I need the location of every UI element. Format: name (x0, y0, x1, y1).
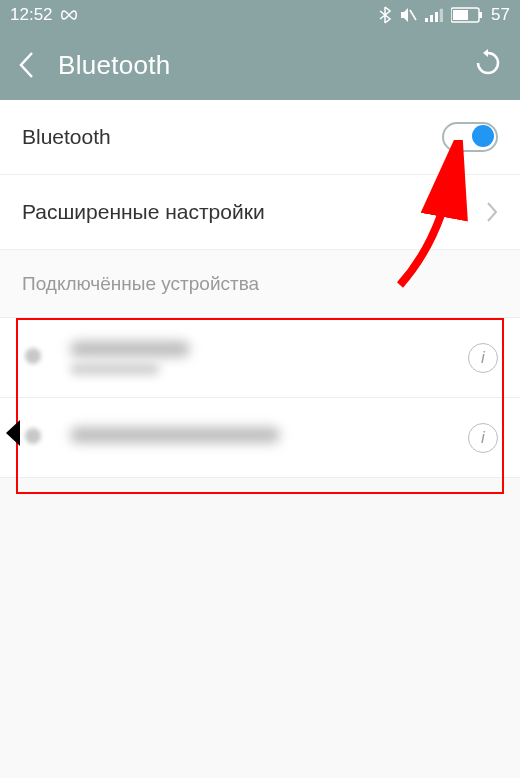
clock: 12:52 (10, 5, 53, 25)
info-icon: i (481, 348, 485, 368)
svg-point-8 (25, 348, 41, 364)
device-info-button[interactable]: i (468, 423, 498, 453)
advanced-settings-row[interactable]: Расширенные настройки (0, 175, 520, 250)
edge-indicator-icon (2, 418, 22, 448)
svg-rect-4 (440, 9, 443, 22)
signal-icon (425, 8, 443, 22)
bluetooth-label: Bluetooth (22, 125, 111, 149)
svg-rect-6 (479, 12, 482, 18)
device-icon (22, 425, 56, 451)
toggle-knob (472, 125, 494, 147)
bluetooth-row: Bluetooth (0, 100, 520, 175)
app-bar: Bluetooth (0, 30, 520, 100)
svg-rect-2 (430, 15, 433, 22)
device-list: i i (0, 318, 520, 478)
page-title: Bluetooth (58, 50, 171, 81)
device-info-button[interactable]: i (468, 343, 498, 373)
section-label: Подключённые устройства (22, 273, 259, 295)
svg-line-0 (410, 10, 416, 20)
battery-percent: 57 (491, 5, 510, 25)
chevron-right-icon (486, 201, 498, 223)
back-button[interactable] (18, 51, 48, 79)
bluetooth-status-icon (379, 6, 391, 24)
device-row[interactable]: i (0, 398, 520, 478)
svg-rect-7 (453, 10, 468, 20)
svg-point-9 (25, 428, 41, 444)
back-chevron-icon (18, 51, 34, 79)
battery-icon (451, 7, 483, 23)
device-row[interactable]: i (0, 318, 520, 398)
screen: 12:52 57 (0, 0, 520, 778)
device-text (70, 427, 280, 449)
bluetooth-toggle[interactable] (442, 122, 498, 152)
device-text (70, 341, 190, 375)
info-icon: i (481, 428, 485, 448)
infinity-icon (59, 9, 79, 21)
device-icon (22, 345, 56, 371)
svg-rect-3 (435, 12, 438, 22)
advanced-settings-label: Расширенные настройки (22, 200, 265, 224)
svg-rect-1 (425, 18, 428, 22)
refresh-button[interactable] (474, 49, 502, 81)
connected-devices-header: Подключённые устройства (0, 250, 520, 318)
mute-icon (399, 6, 417, 24)
refresh-icon (474, 49, 502, 77)
status-bar: 12:52 57 (0, 0, 520, 30)
